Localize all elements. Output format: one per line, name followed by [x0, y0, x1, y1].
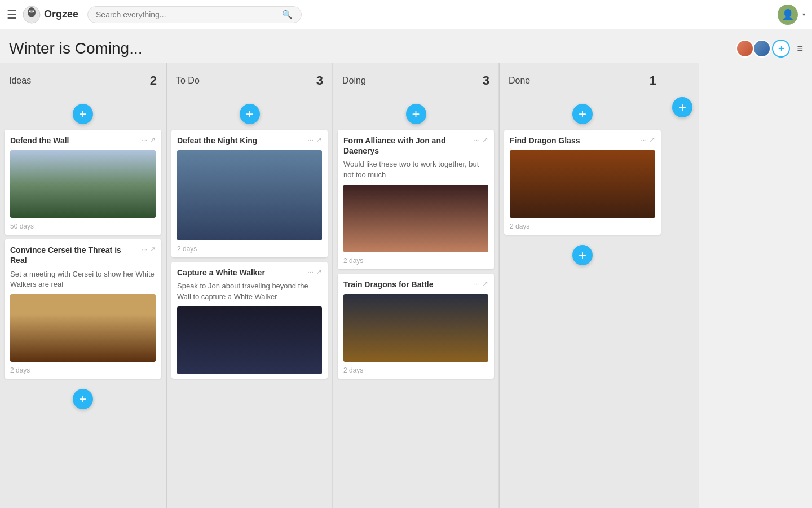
card-footer-defeat-nightking: 2 days [177, 245, 322, 253]
column-count-ideas: 2 [150, 73, 157, 88]
card-top: Defeat the Night King ··· ↗ [177, 135, 322, 146]
add-column-button[interactable]: + [672, 97, 692, 117]
card-image-defeat-nightking [177, 150, 322, 240]
card-icons: ··· ↗ [474, 279, 488, 288]
card-icons: ··· ↗ [141, 245, 156, 253]
hamburger-icon[interactable]: ☰ [7, 8, 17, 21]
add-card-button-done-top[interactable]: + [572, 104, 593, 124]
card-ellipsis-button[interactable]: ··· [474, 279, 480, 288]
add-card-button-ideas-bottom[interactable]: + [73, 389, 93, 409]
search-input[interactable] [96, 10, 282, 19]
card-footer-form-alliance: 2 days [343, 257, 488, 265]
member-avatar-1[interactable] [736, 40, 754, 58]
column-cards-todo: + Defeat the Night King ··· ↗ 2 days [167, 98, 332, 508]
card-title-train-dragons: Train Dragons for Battle [343, 279, 470, 290]
column-doing: Doing 3 + Form Alliance with Jon and Dae… [333, 63, 499, 508]
card-capture-whitewalker: Capture a White Walker ··· ↗ Speak to Jo… [171, 262, 328, 379]
column-title-done: Done [509, 76, 530, 86]
card-convince-cersei: Convince Cersei the Threat is Real ··· ↗… [5, 239, 161, 379]
card-days-defend-wall: 50 days [10, 222, 34, 230]
search-bar: 🔍 [87, 6, 302, 23]
card-external-link-button[interactable]: ↗ [316, 135, 322, 144]
card-ellipsis-button[interactable]: ··· [641, 135, 647, 144]
column-count-doing: 3 [483, 73, 489, 88]
card-image-form-alliance [343, 185, 488, 252]
card-title-form-alliance: Form Alliance with Jon and Daenerys [343, 135, 470, 156]
user-avatar[interactable]: 👤 [778, 5, 798, 25]
column-count-done: 1 [650, 73, 656, 88]
card-external-link-button[interactable]: ↗ [482, 279, 488, 288]
card-title-defeat-nightking: Defeat the Night King [177, 135, 304, 146]
add-card-row-ideas-top: + [5, 98, 161, 130]
card-days-form-alliance: 2 days [343, 257, 363, 265]
card-icons: ··· ↗ [307, 135, 322, 144]
column-header-done: Done 1 [500, 63, 665, 98]
add-card-button-doing-top[interactable]: + [406, 104, 426, 124]
card-image-find-dragonglass [510, 150, 655, 218]
card-ellipsis-button[interactable]: ··· [141, 135, 147, 144]
header-right: 👤 ▾ [778, 5, 805, 25]
card-days-defeat-nightking: 2 days [177, 245, 197, 253]
card-image-defend-wall [10, 150, 156, 218]
card-title-defend-wall: Defend the Wall [10, 135, 138, 146]
add-card-button-ideas-top[interactable]: + [73, 104, 93, 124]
page-title-bar: Winter is Coming... + ≡ [0, 29, 812, 63]
board: Ideas 2 + Defend the Wall ··· ↗ 50 days [0, 63, 812, 508]
card-title-capture-whitewalker: Capture a White Walker [177, 268, 304, 278]
card-external-link-button[interactable]: ↗ [149, 245, 156, 253]
column-count-todo: 3 [316, 73, 323, 88]
add-card-row-done-top: + [504, 98, 661, 130]
card-defend-wall: Defend the Wall ··· ↗ 50 days [5, 130, 161, 235]
add-member-button[interactable]: + [772, 40, 790, 58]
card-days-train-dragons: 2 days [343, 366, 363, 374]
card-image-train-dragons [343, 294, 488, 362]
card-ellipsis-button[interactable]: ··· [307, 135, 314, 144]
card-top: Defend the Wall ··· ↗ [10, 135, 156, 146]
card-find-dragonglass: Find Dragon Glass ··· ↗ 2 days [504, 130, 661, 235]
card-defeat-nightking: Defeat the Night King ··· ↗ 2 days [171, 130, 328, 257]
card-top: Train Dragons for Battle ··· ↗ [343, 279, 488, 290]
column-todo: To Do 3 + Defeat the Night King ··· ↗ 2 … [166, 63, 333, 508]
column-title-ideas: Ideas [9, 76, 31, 86]
card-external-link-button[interactable]: ↗ [649, 135, 655, 144]
add-card-row-ideas-bottom: + [5, 383, 161, 415]
logo-area: Orgzee [23, 6, 78, 24]
logo-icon [23, 6, 41, 24]
add-column-area: + [665, 63, 699, 508]
card-icons: ··· ↗ [474, 135, 488, 144]
column-ideas: Ideas 2 + Defend the Wall ··· ↗ 50 days [0, 63, 166, 508]
column-header-ideas: Ideas 2 [0, 63, 166, 98]
title-right-area: + ≡ [736, 40, 803, 58]
add-card-button-done-bottom[interactable]: + [572, 245, 593, 265]
card-image-capture-whitewalker [177, 306, 322, 374]
card-footer-defend-wall: 50 days [10, 222, 156, 230]
column-cards-doing: + Form Alliance with Jon and Daenerys ··… [333, 98, 498, 508]
card-external-link-button[interactable]: ↗ [316, 268, 322, 276]
svg-point-3 [29, 10, 31, 12]
card-form-alliance: Form Alliance with Jon and Daenerys ··· … [338, 130, 494, 269]
card-footer-find-dragonglass: 2 days [510, 222, 655, 230]
card-ellipsis-button[interactable]: ··· [141, 245, 147, 253]
add-card-row-doing-top: + [338, 98, 494, 130]
card-external-link-button[interactable]: ↗ [482, 135, 488, 144]
card-desc-convince-cersei: Set a meeting with Cersei to show her Wh… [10, 269, 156, 290]
card-title-find-dragonglass: Find Dragon Glass [510, 135, 637, 146]
add-card-row-todo-top: + [171, 98, 328, 130]
search-icon: 🔍 [282, 10, 293, 20]
card-external-link-button[interactable]: ↗ [149, 135, 156, 144]
card-days-convince-cersei: 2 days [10, 366, 30, 374]
user-menu-chevron[interactable]: ▾ [802, 11, 805, 17]
card-desc-capture-whitewalker: Speak to Jon about traveling beyond the … [177, 281, 322, 301]
card-ellipsis-button[interactable]: ··· [474, 135, 480, 144]
header: ☰ Orgzee 🔍 👤 ▾ [0, 0, 812, 29]
card-top: Find Dragon Glass ··· ↗ [510, 135, 655, 146]
card-top: Capture a White Walker ··· ↗ [177, 268, 322, 278]
card-days-find-dragonglass: 2 days [510, 222, 529, 230]
card-ellipsis-button[interactable]: ··· [307, 268, 314, 276]
add-card-button-todo-top[interactable]: + [240, 104, 260, 124]
board-menu-icon[interactable]: ≡ [797, 43, 803, 55]
svg-point-4 [33, 10, 34, 12]
column-title-todo: To Do [176, 76, 200, 86]
card-train-dragons: Train Dragons for Battle ··· ↗ 2 days [338, 274, 494, 379]
member-avatar-2[interactable] [753, 40, 771, 58]
